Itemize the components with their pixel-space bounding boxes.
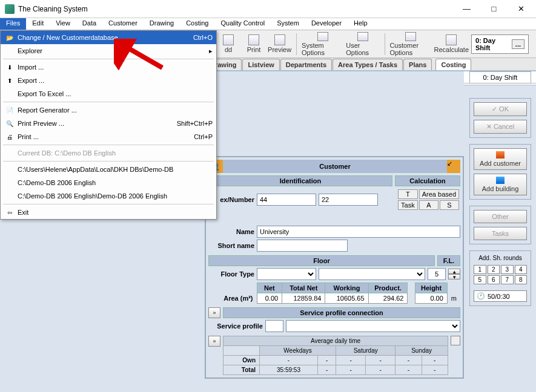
calculation-header: Calculation: [395, 175, 460, 186]
folder-open-icon: 📂: [4, 33, 15, 42]
menu-explorer[interactable]: Explorer: [1, 44, 216, 57]
tool-preview[interactable]: Preview: [268, 32, 291, 56]
preview-icon: [274, 34, 285, 45]
menu-report-generator[interactable]: 📄 Report Generator ...: [1, 103, 216, 117]
other-button[interactable]: Other: [474, 210, 527, 223]
import-icon: ⬇: [4, 62, 15, 72]
tool-customer-options[interactable]: Customer Options: [389, 32, 431, 56]
floor-type-select-2[interactable]: [319, 268, 425, 280]
round-5[interactable]: 5: [474, 275, 486, 284]
minimize-button[interactable]: ―: [453, 1, 480, 18]
svc-profile-code[interactable]: [265, 320, 283, 332]
round-3[interactable]: 3: [501, 265, 514, 274]
menu-print[interactable]: 🖨 Print ... Ctrl+P: [1, 130, 216, 143]
menu-separator: [3, 204, 214, 204]
customer-icon: [496, 151, 505, 158]
area-working: 10605.65: [325, 293, 368, 304]
tab-costing[interactable]: Costing: [435, 59, 471, 70]
menu-export-excel[interactable]: Export To Excel ...: [1, 87, 216, 100]
toolbar-separator: [296, 33, 297, 55]
system-options-icon: [317, 32, 328, 41]
shift-browse-button[interactable]: ...: [512, 39, 524, 49]
export-icon: ⬆: [4, 76, 15, 85]
tool-user-options[interactable]: User Options: [346, 32, 379, 56]
svc-profile-label: Service profile: [208, 322, 263, 330]
fl-value[interactable]: [428, 268, 446, 280]
time-table: Average daily time Weekdays Saturday Sun…: [223, 336, 448, 375]
menu-change-customerdb[interactable]: 📂 Change / New Customerdatabase ... Ctrl…: [1, 31, 216, 44]
menu-edit[interactable]: Edit: [26, 18, 50, 30]
menu-files[interactable]: Files: [0, 18, 26, 30]
short-name-input[interactable]: [257, 240, 348, 252]
clock-icon: 🕐: [477, 292, 485, 300]
calculation-grid: TArea based TaskAS: [397, 188, 460, 211]
right-shift-label: 0: Day Shift: [469, 71, 531, 83]
svc-expand-button[interactable]: »: [208, 307, 220, 318]
tool-add[interactable]: dd: [217, 32, 240, 56]
menu-recent-3[interactable]: C:\Demo-DB 2006 English\Demo-DB 2006 Eng…: [1, 189, 216, 203]
round-2[interactable]: 2: [488, 265, 500, 274]
shift-selector: 0: Day Shift ...: [471, 34, 529, 54]
titlebar: The Cleaning System ― □ ✕: [0, 0, 536, 18]
svc-profile-select[interactable]: [286, 320, 460, 332]
user-options-icon: [357, 32, 368, 41]
tab-listview[interactable]: Listview: [242, 59, 279, 70]
name-label: Name: [208, 228, 254, 235]
tasks-button[interactable]: Tasks: [474, 227, 527, 240]
number-input[interactable]: [319, 194, 378, 206]
tab-area-types[interactable]: Area Types / Tasks: [333, 59, 403, 70]
menu-costing[interactable]: Costing: [180, 18, 214, 30]
area-height: 0.00: [415, 293, 447, 304]
app-icon: [5, 4, 15, 14]
tab-departments[interactable]: Departments: [280, 59, 332, 70]
fl-down[interactable]: ▾: [448, 274, 460, 279]
toolbar-separator: [385, 33, 385, 55]
area-net: 0.00: [257, 293, 282, 304]
right-panel: 0: Day Shift ✓ OK ✕ Cancel Add customer …: [469, 71, 531, 312]
menu-developer[interactable]: Developer: [305, 18, 348, 30]
round-4[interactable]: 4: [515, 265, 528, 274]
cancel-button[interactable]: ✕ Cancel: [474, 120, 527, 134]
area-table: Net Total Net Working Product. Height Ar…: [208, 283, 460, 304]
tool-recalculate[interactable]: Recalculate: [434, 32, 469, 56]
menu-drawing[interactable]: Drawing: [144, 18, 180, 30]
maximize-button[interactable]: □: [480, 1, 508, 18]
floor-type-select-1[interactable]: [257, 268, 316, 280]
name-input[interactable]: [257, 226, 460, 238]
tool-print[interactable]: Print: [242, 32, 265, 56]
panel-header: 👤 Customer ↙: [208, 160, 460, 173]
menu-customer[interactable]: Customer: [102, 18, 144, 30]
ok-button[interactable]: ✓ OK: [474, 102, 527, 116]
customer-options-icon: [405, 32, 416, 41]
add-building-button[interactable]: Add building: [474, 174, 527, 195]
round-1[interactable]: 1: [474, 265, 486, 274]
menu-import[interactable]: ⬇ Import ...: [1, 60, 216, 74]
menu-separator: [3, 102, 214, 102]
svc-profile-header: Service profile connection: [223, 307, 460, 318]
menu-print-preview[interactable]: 🔍 Print Preview ... Shift+Ctrl+P: [1, 117, 216, 130]
tab-plans[interactable]: Plans: [403, 59, 432, 70]
tool-system-options[interactable]: System Options: [302, 32, 343, 56]
menu-recent-1[interactable]: C:\Users\Helene\AppData\Local\DKH DBs\De…: [1, 163, 216, 176]
add-customer-button[interactable]: Add customer: [474, 148, 527, 170]
menu-system[interactable]: System: [271, 18, 305, 30]
panel-action-button[interactable]: ↙: [447, 160, 460, 173]
menu-exit[interactable]: ⇦ Exit: [1, 206, 216, 219]
index-input[interactable]: [257, 194, 316, 206]
recalculate-icon: [446, 34, 457, 45]
menu-recent-2[interactable]: C:\Demo-DB 2006 English: [1, 176, 216, 189]
time-options-button[interactable]: [451, 336, 460, 345]
menu-view[interactable]: View: [50, 18, 76, 30]
timer-display: 🕐 50/0:30: [474, 290, 527, 302]
menu-export[interactable]: ⬆ Export ...: [1, 74, 216, 87]
close-button[interactable]: ✕: [508, 1, 535, 18]
round-7[interactable]: 7: [501, 275, 514, 284]
time-expand-button[interactable]: »: [208, 336, 220, 347]
menu-help[interactable]: Help: [348, 18, 374, 30]
add-icon: [223, 34, 234, 45]
area-label: Area (m²): [208, 293, 257, 304]
menu-quality-control[interactable]: Quality Control: [214, 18, 271, 30]
round-6[interactable]: 6: [488, 275, 500, 284]
menu-data[interactable]: Data: [76, 18, 102, 30]
round-8[interactable]: 8: [515, 275, 528, 284]
